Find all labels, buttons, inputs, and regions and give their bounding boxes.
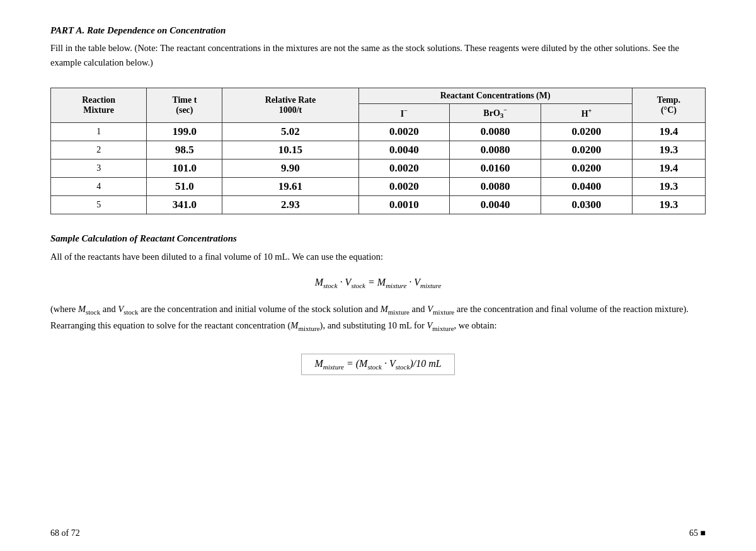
equation2-text: Mmixture = (Mstock · Vstock)/10 mL <box>314 358 441 369</box>
equation1-text: Mstock · Vstock = Mmixture · Vmixture <box>315 277 442 287</box>
table-cell: 0.0020 <box>358 159 450 177</box>
table-cell: 199.0 <box>147 122 222 141</box>
sample-calc-text1: All of the reactants have been diluted t… <box>50 249 706 265</box>
reaction-mixture-header: ReactionMixture <box>51 88 147 122</box>
H-plus-header: H+ <box>541 104 633 122</box>
table-cell: 19.61 <box>222 177 358 195</box>
reactant-conc-header: Reactant Concentrations (M) <box>358 88 632 104</box>
table-cell: 3 <box>51 159 147 177</box>
table-cell: 101.0 <box>147 159 222 177</box>
table-cell: 9.90 <box>222 159 358 177</box>
table-cell: 0.0040 <box>450 195 541 214</box>
table-cell: 19.3 <box>632 141 705 159</box>
table-cell: 341.0 <box>147 195 222 214</box>
table-cell: 0.0300 <box>541 195 633 214</box>
table-cell: 51.0 <box>147 177 222 195</box>
BrO3-minus-header: BrO3− <box>450 104 541 122</box>
table-cell: 0.0080 <box>450 177 541 195</box>
part-title: PART A. Rate Dependence on Concentration <box>50 25 706 36</box>
relative-rate-header: Relative Rate1000/t <box>222 88 358 122</box>
table-cell: 2 <box>51 141 147 159</box>
equation2-box: Mmixture = (Mstock · Vstock)/10 mL <box>301 354 454 375</box>
table-cell: 98.5 <box>147 141 222 159</box>
table-cell: 19.4 <box>632 122 705 141</box>
page-number: 65 ■ <box>689 528 706 538</box>
table-cell: 1 <box>51 122 147 141</box>
table-cell: 0.0020 <box>358 177 450 195</box>
table-cell: 19.4 <box>632 159 705 177</box>
table-cell: 2.93 <box>222 195 358 214</box>
table-cell: 0.0200 <box>541 122 633 141</box>
table-cell: 0.0200 <box>541 141 633 159</box>
table-cell: 0.0200 <box>541 159 633 177</box>
table-cell: 0.0020 <box>358 122 450 141</box>
where-text: (where Mstock and Vstock are the concent… <box>50 301 706 335</box>
time-header: Time t(sec) <box>147 88 222 122</box>
table-cell: 5 <box>51 195 147 214</box>
table-cell: 0.0160 <box>450 159 541 177</box>
table-row: 298.510.150.00400.00800.020019.3 <box>51 141 706 159</box>
data-table: ReactionMixture Time t(sec) Relative Rat… <box>50 88 706 214</box>
table-cell: 10.15 <box>222 141 358 159</box>
I-minus-header: I− <box>358 104 450 122</box>
table-cell: 4 <box>51 177 147 195</box>
table-cell: 0.0080 <box>450 122 541 141</box>
table-cell: 19.3 <box>632 195 705 214</box>
bottom-page: 68 of 72 <box>50 528 80 538</box>
equation2-block: Mmixture = (Mstock · Vstock)/10 mL <box>50 347 706 381</box>
table-cell: 0.0400 <box>541 177 633 195</box>
table-cell: 5.02 <box>222 122 358 141</box>
table-row: 5341.02.930.00100.00400.030019.3 <box>51 195 706 214</box>
table-cell: 0.0080 <box>450 141 541 159</box>
table-cell: 0.0040 <box>358 141 450 159</box>
table-cell: 0.0010 <box>358 195 450 214</box>
table-row: 451.019.610.00200.00800.040019.3 <box>51 177 706 195</box>
temp-header: Temp.(°C) <box>632 88 705 122</box>
sample-calc-title: Sample Calculation of Reactant Concentra… <box>50 233 706 244</box>
table-row: 3101.09.900.00200.01600.020019.4 <box>51 159 706 177</box>
equation1-block: Mstock · Vstock = Mmixture · Vmixture <box>50 277 706 289</box>
intro-text: Fill in the table below. (Note: The reac… <box>50 41 706 70</box>
table-cell: 19.3 <box>632 177 705 195</box>
table-row: 1199.05.020.00200.00800.020019.4 <box>51 122 706 141</box>
